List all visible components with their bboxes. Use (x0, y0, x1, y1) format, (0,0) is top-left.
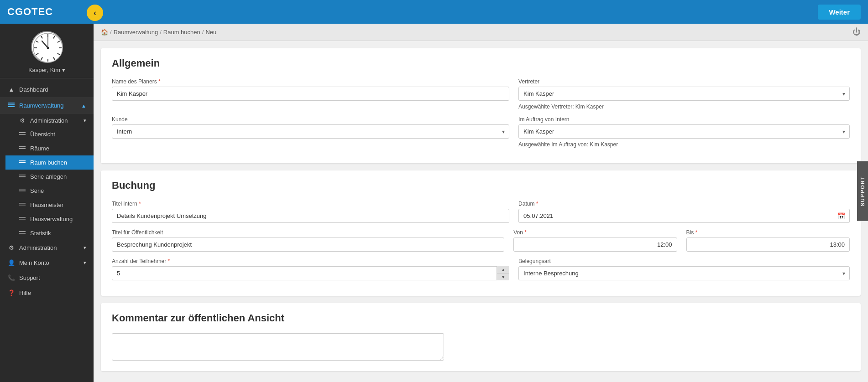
sidebar-item-administration[interactable]: ⚙ Administration ▾ (0, 240, 94, 255)
kunde-select-wrapper: Intern ▾ (112, 124, 509, 139)
titel-intern-group: Titel intern * (112, 201, 509, 223)
name-des-planers-label: Name des Planers * (112, 78, 509, 85)
raume-icon (18, 145, 26, 152)
dashboard-icon: ▲ (7, 86, 16, 93)
sidebar-item-dashboard[interactable]: ▲ Dashboard (0, 82, 94, 97)
administration-icon: ⚙ (7, 244, 16, 251)
hausmeister-icon (18, 201, 26, 209)
sidebar-item-ubersicht[interactable]: Übersicht (5, 127, 94, 141)
weiter-button[interactable]: Weiter (818, 5, 861, 20)
im-auftrag-label: Im Auftrag von Intern (518, 116, 850, 123)
kunde-label: Kunde (112, 116, 509, 123)
allgemein-title: Allgemein (112, 57, 850, 69)
vertreter-hint: Ausgewählte Vertreter: Kim Kasper (518, 103, 850, 110)
svg-rect-28 (19, 191, 26, 191)
sidebar-item-serie[interactable]: Serie (5, 184, 94, 198)
statistik-icon (18, 229, 26, 237)
section-kommentar: Kommentar zur öffentlichen Ansicht (101, 303, 861, 371)
titel-offentlichkeit-group: Titel für Öffentlichkeit (112, 229, 504, 252)
bis-label: Bis * (686, 229, 850, 236)
kommentar-title: Kommentar zur öffentlichen Ansicht (112, 312, 850, 324)
sidebar-clock (31, 31, 63, 63)
anzahl-down-button[interactable]: ▼ (497, 274, 509, 280)
im-auftrag-select-wrapper: Kim Kasper ▾ (518, 124, 850, 139)
svg-rect-22 (19, 148, 26, 149)
sidebar-item-raum-buchen[interactable]: Raum buchen (5, 155, 94, 170)
buchung-title: Buchung (112, 180, 850, 191)
sidebar-item-hausverwaltung[interactable]: Hausverwaltung (5, 212, 94, 226)
administration-sub-icon: ⚙ (18, 117, 26, 124)
sidebar-item-serie-anlegen[interactable]: Serie anlegen (5, 170, 94, 184)
titel-intern-label: Titel intern * (112, 201, 509, 207)
name-des-planers-input[interactable] (112, 87, 509, 101)
sidebar-item-administration-sub[interactable]: ⚙ Administration ▾ (5, 114, 94, 127)
von-input[interactable] (513, 237, 677, 252)
svg-point-15 (47, 47, 49, 49)
buchung-row-3: Anzahl der Teilnehmer * ▲ ▼ Belegun (112, 258, 850, 280)
raum-buchen-icon (18, 159, 26, 166)
serie-anlegen-icon (18, 173, 26, 181)
sidebar-item-hilfe[interactable]: ❓ Hilfe (0, 285, 94, 300)
svg-rect-18 (8, 106, 15, 107)
anzahl-label: Anzahl der Teilnehmer * (112, 258, 509, 264)
bis-input[interactable] (686, 237, 850, 252)
datum-input[interactable] (518, 209, 850, 223)
buchung-row-2: Titel für Öffentlichkeit Von * Bis (112, 229, 850, 252)
belegungsart-label: Belegungsart (518, 258, 850, 264)
sidebar-username[interactable]: Kasper, Kim ▾ (28, 67, 65, 73)
anzahl-up-button[interactable]: ▲ (497, 266, 509, 274)
sidebar-item-statistik[interactable]: Statistik (5, 226, 94, 240)
anzahl-input[interactable] (112, 266, 509, 280)
belegungsart-select[interactable]: Interne Besprechung (518, 266, 850, 280)
raumverwaltung-icon (7, 101, 16, 110)
support-tab[interactable]: SUPPORT (857, 161, 868, 221)
home-icon[interactable]: 🏠 (101, 29, 108, 36)
svg-rect-17 (8, 104, 15, 105)
raumverwaltung-chevron: ▲ (81, 103, 86, 108)
im-auftrag-select[interactable]: Kim Kasper (518, 124, 850, 139)
titel-offentlichkeit-label: Titel für Öffentlichkeit (112, 229, 504, 236)
svg-rect-21 (19, 146, 26, 147)
support-tab-container: SUPPORT (857, 161, 868, 221)
sidebar-item-support[interactable]: 📞 Support (0, 270, 94, 285)
anzahl-group: Anzahl der Teilnehmer * ▲ ▼ (112, 258, 509, 280)
titel-offentlichkeit-input[interactable] (112, 237, 504, 252)
section-allgemein: Allgemein Name des Planers * Vertreter (101, 48, 861, 163)
administration-chevron: ▾ (84, 245, 86, 251)
bis-group: Bis * (686, 229, 850, 252)
svg-rect-31 (19, 217, 26, 218)
sidebar-item-raume[interactable]: Räume (5, 141, 94, 155)
power-icon[interactable]: ⏻ (852, 27, 861, 37)
breadcrumb: 🏠 / Raumverwaltung / Raum buchen / Neu (101, 29, 216, 36)
kunde-group: Kunde Intern ▾ (112, 116, 509, 148)
sidebar-item-mein-konto[interactable]: 👤 Mein Konto ▾ (0, 255, 94, 270)
kommentar-textarea[interactable] (112, 333, 444, 361)
svg-rect-24 (19, 162, 26, 163)
titel-intern-input[interactable] (112, 209, 509, 223)
belegungsart-select-wrapper: Interne Besprechung ▾ (518, 266, 850, 280)
support-icon: 📞 (7, 274, 16, 281)
buchung-row-1: Titel intern * Datum * 📅 (112, 201, 850, 223)
sidebar-nav: ▲ Dashboard Raumverwaltung ▲ ⚙ Administr… (0, 78, 94, 382)
vertreter-label: Vertreter (518, 78, 850, 85)
svg-rect-19 (19, 132, 26, 133)
kunde-select[interactable]: Intern (112, 124, 509, 139)
svg-rect-30 (19, 205, 26, 206)
sidebar-item-raumverwaltung[interactable]: Raumverwaltung ▲ (0, 97, 94, 114)
back-button[interactable]: ‹ (87, 5, 103, 21)
hausverwaltung-icon (18, 215, 26, 223)
name-des-planers-group: Name des Planers * (112, 78, 509, 110)
im-auftrag-group: Im Auftrag von Intern Kim Kasper ▾ Ausge… (518, 116, 850, 148)
allgemein-row-2: Kunde Intern ▾ Im Auftrag von Intern (112, 116, 850, 148)
svg-rect-20 (19, 134, 26, 135)
vertreter-select[interactable]: Kim Kasper (518, 87, 850, 101)
admin-sub-chevron: ▾ (84, 118, 86, 124)
datum-input-wrapper: 📅 (518, 209, 850, 223)
sidebar-profile: Kasper, Kim ▾ (0, 24, 94, 78)
sidebar-item-hausmeister[interactable]: Hausmeister (5, 198, 94, 212)
im-auftrag-hint: Ausgewählte Im Auftrag von: Kim Kasper (518, 141, 850, 148)
section-buchung: Buchung Titel intern * Datum * (101, 170, 861, 296)
hilfe-icon: ❓ (7, 289, 16, 296)
clock-face-svg (32, 32, 64, 64)
vertreter-select-wrapper: Kim Kasper ▾ (518, 87, 850, 101)
